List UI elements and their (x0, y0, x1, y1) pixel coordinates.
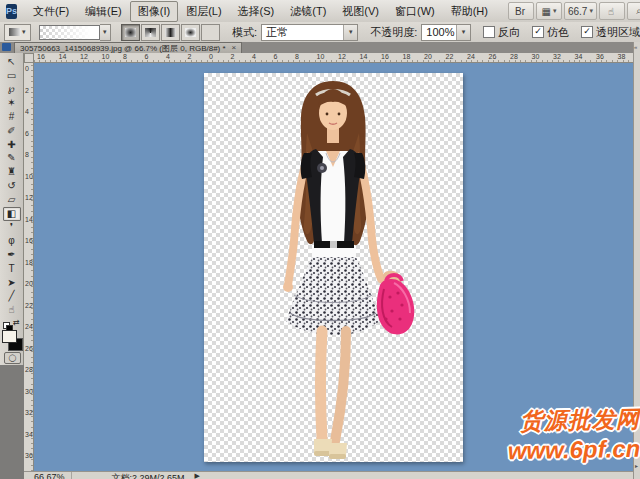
right-edge-panel-strip[interactable]: « ▸ (633, 42, 640, 479)
crop-tool[interactable]: # (3, 110, 21, 124)
blend-mode-select[interactable]: 正常 ▾ (261, 24, 358, 41)
linear-gradient-button[interactable] (121, 24, 140, 41)
gradient-type-icon (185, 28, 196, 37)
ruler-number: 26 (489, 53, 497, 61)
menu-item[interactable]: 编辑(E) (77, 1, 130, 22)
hand-tool-button[interactable]: ☝ (599, 2, 625, 20)
vertical-ruler: 024681012141618202224262830323436 (24, 63, 34, 471)
ruler-number: 36 (596, 53, 604, 61)
menu-item[interactable]: 视图(V) (334, 1, 387, 22)
checkbox-icon (532, 26, 544, 38)
ruler-number: 8 (123, 53, 127, 61)
hand-tool[interactable]: ☝ (3, 303, 21, 317)
ruler-number: 20 (424, 53, 432, 61)
document-tab-bar: 305750663_1415068939.jpg @ 66.7% (图层 0, … (0, 42, 640, 53)
history-brush-tool[interactable]: ↺ (3, 179, 21, 193)
close-icon[interactable]: × (232, 44, 237, 52)
appbar-button-icon: ⌕ (636, 5, 640, 17)
gradient-tool[interactable]: ◧ (3, 207, 21, 221)
move-tool[interactable]: ↖ (3, 55, 21, 69)
brush-tool[interactable]: ✎ (3, 152, 21, 166)
ruler-number: 20 (25, 280, 33, 288)
menu-item[interactable]: 滤镜(T) (282, 1, 334, 22)
gradient-picker-arrow[interactable]: ▾ (100, 24, 111, 41)
ruler-number: 30 (25, 388, 33, 396)
status-bar: 66.67% 文档:2.29M/2.65M ▶ (24, 471, 633, 479)
ruler-number: 24 (25, 323, 33, 331)
gradient-type-icon (165, 28, 176, 37)
angle-gradient-button[interactable] (161, 24, 180, 41)
color-swatch-area: ⇄ ◯ (0, 318, 24, 365)
ruler-number: 6 (25, 130, 29, 138)
scroll-arrow-icon[interactable]: ▸ (635, 462, 638, 469)
opacity-field[interactable]: 100% ▾ (421, 24, 471, 41)
menu-item[interactable]: 帮助(H) (443, 1, 496, 22)
checkbox-label: 透明区域 (596, 25, 640, 40)
ruler-number: 8 (25, 151, 29, 159)
magic-wand-tool[interactable]: ✶ (3, 96, 21, 110)
blend-mode-value: 正常 (266, 25, 288, 40)
option-checkbox[interactable]: 反向 (483, 25, 520, 40)
ruler-number: 10 (102, 53, 110, 61)
ruler-number: 18 (25, 259, 33, 267)
zoom-tool-button[interactable]: ⌕ (627, 2, 640, 20)
document-title: 305750663_1415068939.jpg @ 66.7% (图层 0, … (20, 43, 226, 54)
eyedropper-tool[interactable]: ✐ (3, 124, 21, 138)
menu-item[interactable]: 文件(F) (25, 1, 77, 22)
tool-preset-picker[interactable]: ▾ (4, 24, 31, 41)
foreground-color-swatch[interactable] (2, 330, 17, 343)
ruler-number: 6 (145, 53, 149, 61)
ruler-number: 16 (37, 53, 45, 61)
blur-tool[interactable]: ❜ (3, 221, 21, 235)
clone-stamp-tool[interactable]: ♜ (3, 165, 21, 179)
ruler-number: 12 (80, 53, 88, 61)
ruler-number: 30 (532, 53, 540, 61)
photoshop-logo: Ps (6, 4, 17, 19)
menu-item[interactable]: 选择(S) (230, 1, 283, 22)
ruler-number: 32 (553, 53, 561, 61)
type-tool[interactable]: T (3, 262, 21, 276)
diamond-gradient-button[interactable] (201, 24, 220, 41)
chevron-down-icon: ▾ (22, 28, 26, 36)
lasso-tool[interactable]: ℘ (3, 83, 21, 97)
radial-gradient-button[interactable] (141, 24, 160, 41)
ruler-number: 10 (25, 173, 33, 181)
swap-colors-icon[interactable]: ⇄ (13, 318, 20, 327)
view-extras-button[interactable]: ▦▾ (536, 2, 562, 20)
tool-options-bar: ▾ ▾ 模式: 正常 ▾ 不透明度: 100% ▾ 反向 仿色 透明区域 (0, 22, 640, 43)
collapse-panels-icon[interactable]: « (634, 44, 637, 50)
checkbox-icon (483, 26, 495, 38)
eraser-tool[interactable]: ▱ (3, 193, 21, 207)
healing-brush-tool[interactable]: ✚ (3, 138, 21, 152)
status-zoom-field[interactable]: 66.67% (32, 472, 72, 479)
document-canvas[interactable] (204, 73, 463, 462)
gradient-editor-sample[interactable] (39, 25, 100, 40)
status-flyout-arrow-icon[interactable]: ▶ (195, 472, 200, 479)
path-selection-tool[interactable]: ➤ (3, 276, 21, 290)
ruler-number: 34 (575, 53, 583, 61)
chevron-down-icon: ▾ (589, 7, 593, 15)
checkbox-label: 反向 (498, 25, 520, 40)
canvas-work-area[interactable] (34, 63, 633, 471)
menu-item[interactable]: 窗口(W) (387, 1, 443, 22)
zoom-level-field[interactable]: 66.7▾ (564, 2, 597, 20)
menu-item[interactable]: 图像(I) (130, 1, 178, 22)
menu-item[interactable]: 图层(L) (178, 1, 229, 22)
horizontal-ruler: 1614121086420246810121416182022242628303… (34, 53, 633, 63)
document-tab[interactable]: 305750663_1415068939.jpg @ 66.7% (图层 0, … (14, 42, 242, 53)
bridge-button[interactable]: Br (508, 2, 534, 20)
option-checkbox[interactable]: 仿色 (532, 25, 569, 40)
ruler-number: 14 (59, 53, 67, 61)
toolbox-empty-area (0, 365, 24, 479)
status-doc-sizes: 文档:2.29M/2.65M (112, 472, 185, 479)
quick-mask-button[interactable]: ◯ (4, 352, 21, 364)
dodge-tool[interactable]: φ (3, 234, 21, 248)
reflected-gradient-button[interactable] (181, 24, 200, 41)
line-tool[interactable]: ╱ (3, 290, 21, 304)
pen-tool[interactable]: ✒ (3, 248, 21, 262)
option-checkbox[interactable]: 透明区域 (581, 25, 640, 40)
ruler-number: 14 (25, 216, 33, 224)
marquee-tool[interactable]: ▭ (3, 69, 21, 83)
ruler-number: 4 (25, 108, 29, 116)
chevron-down-icon: ▾ (343, 25, 357, 40)
